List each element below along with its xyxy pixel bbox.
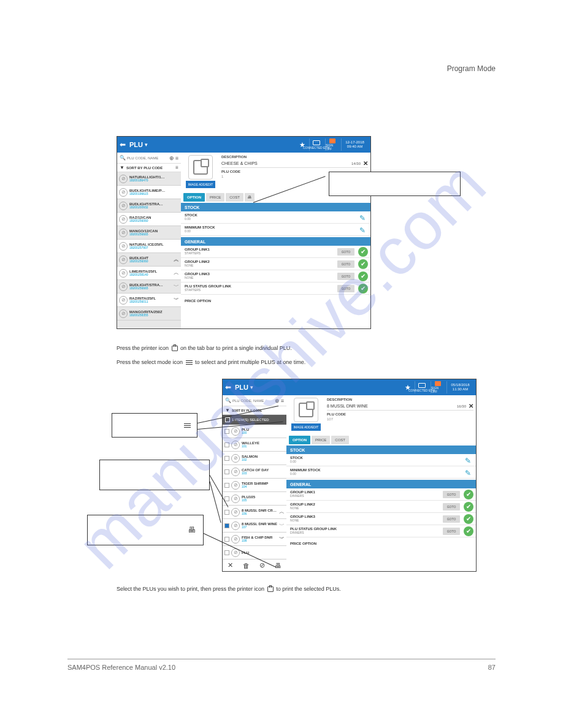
list-item[interactable]: ⊘LIME/RITA/25FL18200258140︿	[117, 267, 181, 280]
goto-button[interactable]: GOTO	[337, 273, 354, 280]
list-item[interactable]: ⊘NATURAL ICE/25FL18200257907	[117, 240, 181, 253]
list-item[interactable]: ⊘WALLEYE101	[223, 438, 286, 452]
select-all-checkbox[interactable]	[225, 417, 230, 422]
arrow-icon[interactable]: ︿	[174, 269, 179, 277]
cancel-icon[interactable]: ⊘	[259, 561, 265, 569]
ok-icon[interactable]: ✔	[358, 271, 368, 281]
select-mode-icon[interactable]: ≡	[175, 155, 178, 161]
plu-image-box[interactable]	[188, 155, 213, 180]
trash-icon[interactable]: 🗑	[243, 562, 250, 569]
add-icon[interactable]: ⊕	[169, 155, 174, 161]
tab-printer[interactable]: 🖶	[245, 193, 255, 202]
arrow-icon[interactable]: ﹀	[279, 521, 285, 529]
clear-icon[interactable]: ✕	[469, 403, 473, 409]
edit-icon[interactable]: ✎	[359, 226, 367, 233]
search-row[interactable]: 🔍 ⊕ ≡	[223, 395, 286, 406]
chevron-down-icon[interactable]: ▾	[145, 142, 148, 148]
group-link1-row[interactable]: GROUP LINK1DINNERS GOTO ✔	[286, 488, 476, 501]
list-item[interactable]: ⊘RAZ/12/CAN18200256060	[117, 213, 181, 226]
goto-button[interactable]: GOTO	[443, 503, 460, 510]
list-item[interactable]: ⊘MANGO/RITA/250Z18200258355	[117, 307, 181, 320]
group-link2-row[interactable]: GROUP LINK2NONE GOTO ✔	[181, 258, 370, 270]
goto-button[interactable]: GOTO	[337, 285, 354, 292]
tab-option[interactable]: OPTION	[183, 193, 205, 202]
list-item[interactable]: ⊘PLU100	[223, 425, 286, 438]
signoff-button[interactable]: SIGN OFF	[325, 138, 339, 151]
tab-cost[interactable]: COST	[331, 436, 349, 444]
goto-button[interactable]: GOTO	[443, 515, 460, 523]
search-row[interactable]: 🔍 ⊕ ≡	[117, 153, 181, 164]
arrow-icon[interactable]: ﹀	[174, 282, 179, 290]
min-stock-row[interactable]: MINIMUM STOCK0.00 ✎	[286, 466, 476, 479]
list-item[interactable]: ⊘8 MUSSL DNR CREAM106︿	[223, 506, 286, 519]
goto-button[interactable]: GOTO	[443, 528, 460, 535]
tab-price[interactable]: PRICE	[312, 436, 330, 444]
stock-row[interactable]: STOCK0.00 ✎	[181, 211, 370, 224]
back-icon[interactable]: ⬅	[223, 383, 234, 392]
image-add-edit-button[interactable]: IMAGE ADD/EDIT	[186, 181, 215, 188]
checkbox[interactable]	[224, 483, 229, 488]
edit-icon[interactable]: ✎	[465, 457, 472, 464]
list-item[interactable]: ⊘BUDLIGHT/LIME/PACK18200196615	[117, 186, 181, 199]
image-add-edit-button[interactable]: IMAGE ADD/EDIT	[291, 423, 321, 431]
checkbox[interactable]	[224, 550, 229, 555]
list-item[interactable]: ⊘BUDLIGHT/STRAW/PACK18200200932	[117, 199, 181, 213]
close-icon[interactable]: ✕	[228, 561, 233, 569]
tab-cost[interactable]: COST	[226, 193, 243, 202]
ok-icon[interactable]: ✔	[464, 526, 473, 536]
min-stock-row[interactable]: MINIMUM STOCK0.00 ✎	[181, 224, 370, 236]
arrow-icon[interactable]: ︾	[174, 296, 179, 304]
list-item[interactable]: ⊘FISH & CHIP DNR108︾	[223, 533, 286, 546]
back-icon[interactable]: ⬅	[117, 140, 128, 149]
list-item[interactable]: ⊘PLU105105	[223, 492, 286, 506]
signoff-button[interactable]: SIGN OFF	[431, 381, 444, 393]
ok-icon[interactable]: ✔	[358, 247, 368, 257]
status-group-row[interactable]: PLU STATUS GROUP LINKSTARTERS GOTO ✔	[181, 282, 370, 295]
price-option-row[interactable]: PRICE OPTION	[181, 295, 370, 307]
group-link3-row[interactable]: GROUP LINK3NONE GOTO ✔	[286, 513, 476, 525]
plu-image-box[interactable]	[294, 398, 318, 422]
checkbox[interactable]	[224, 510, 229, 515]
price-option-row[interactable]: PRICE OPTION	[286, 537, 476, 550]
status-group-row[interactable]: PLU STATUS GROUP LINKDINNERS GOTO ✔	[286, 525, 476, 537]
ok-icon[interactable]: ✔	[464, 502, 473, 512]
tab-option[interactable]: OPTION	[289, 436, 310, 444]
description-value[interactable]: CHEESE & CHIPS 14/30 ✕	[221, 160, 368, 168]
checkbox[interactable]	[224, 469, 229, 474]
add-icon[interactable]: ⊕	[275, 398, 280, 404]
list-item[interactable]: ⊘BUDLIGHT18200256060︽	[117, 253, 181, 267]
checkbox[interactable]	[224, 523, 229, 528]
checkbox[interactable]	[224, 442, 229, 447]
goto-button[interactable]: GOTO	[443, 491, 460, 498]
group-link3-row[interactable]: GROUP LINK3NONE GOTO ✔	[181, 270, 370, 282]
arrow-icon[interactable]: ︾	[279, 535, 285, 543]
checkbox[interactable]	[224, 537, 229, 542]
ok-icon[interactable]: ✔	[358, 284, 368, 294]
stock-row[interactable]: STOCK0.00 ✎	[286, 454, 476, 466]
list-item[interactable]: ⊘NATURALLIGHT/12LNGK18200186470	[117, 172, 181, 186]
list-item[interactable]: ⊘8 MUSSL DNR WINE107﹀	[223, 519, 286, 533]
list-item[interactable]: ⊘RAZ/RITA/25FL18200256011︾	[117, 294, 181, 307]
group-link2-row[interactable]: GROUP LINK2NONE GOTO ✔	[286, 501, 476, 513]
header-title[interactable]: PLU	[235, 384, 248, 391]
ok-icon[interactable]: ✔	[464, 514, 473, 524]
menu-icon[interactable]: ≡	[175, 165, 178, 170]
edit-icon[interactable]: ✎	[359, 214, 367, 221]
tab-price[interactable]: PRICE	[206, 193, 224, 202]
checkbox[interactable]	[224, 429, 229, 434]
checkbox[interactable]	[224, 496, 229, 501]
list-item[interactable]: ⊘BUDLIGHT/STRAWBERIT18200256665﹀	[117, 280, 181, 294]
search-input[interactable]	[232, 399, 269, 403]
goto-button[interactable]: GOTO	[337, 260, 354, 268]
header-title[interactable]: PLU	[129, 141, 143, 148]
search-input[interactable]	[127, 156, 164, 160]
checkbox[interactable]	[224, 456, 229, 461]
sort-row[interactable]: ▼ SORT BY PLU CODE ≡	[117, 164, 181, 172]
goto-button[interactable]: GOTO	[337, 248, 354, 256]
list-item[interactable]: ⊘SALMON102	[223, 452, 286, 465]
chevron-down-icon[interactable]: ▾	[250, 384, 253, 390]
list-item[interactable]: ⊘CATCH OF DAY103	[223, 465, 286, 479]
list-item[interactable]: ⊘TIGER SHRIMP104	[223, 479, 286, 492]
arrow-icon[interactable]: ︽	[174, 256, 179, 264]
description-value[interactable]: 8 MUSSL DNR WINE 16/30 ✕	[327, 403, 473, 411]
